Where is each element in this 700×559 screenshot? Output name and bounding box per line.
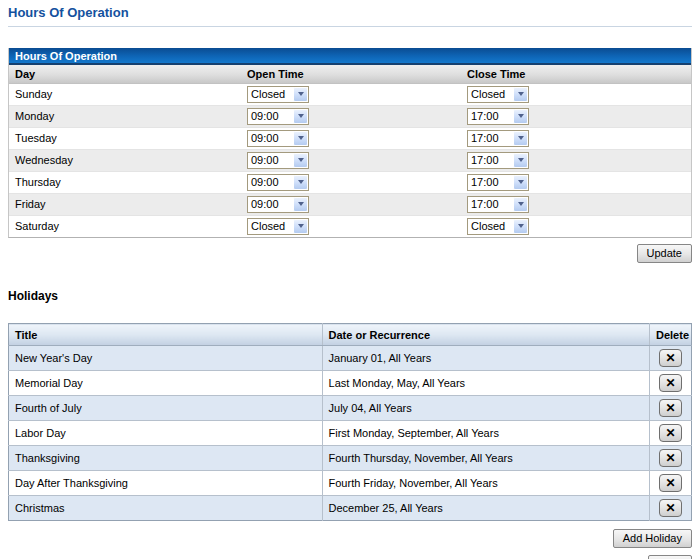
hours-panel-header: Hours Of Operation (9, 48, 691, 65)
close-time-select-monday[interactable]: 17:00 (467, 108, 529, 125)
column-header-close-time: Close Time (461, 65, 691, 83)
holiday-row-thanksgiving: Thanksgiving Fourth Thursday, November, … (9, 446, 692, 471)
holiday-row-new-years-day: New Year's Day January 01, All Years ✕ (9, 346, 692, 371)
holiday-title: Thanksgiving (9, 446, 323, 471)
dropdown-arrow-icon (293, 131, 308, 146)
update-button[interactable]: Update (637, 244, 692, 263)
close-time-select-tuesday[interactable]: 17:00 (467, 130, 529, 147)
delete-holiday-button[interactable]: ✕ (659, 349, 682, 367)
hours-row-monday: Monday 09:00 17:00 (9, 105, 691, 127)
holiday-date: July 04, All Years (322, 396, 649, 421)
close-time-select-friday[interactable]: 17:00 (467, 196, 529, 213)
open-time-select-friday[interactable]: 09:00 (247, 196, 309, 213)
holiday-date: January 01, All Years (322, 346, 649, 371)
hours-row-wednesday: Wednesday 09:00 17:00 (9, 149, 691, 171)
back-row: Back (8, 555, 692, 559)
dropdown-arrow-icon (293, 109, 308, 124)
day-label: Tuesday (9, 127, 241, 149)
holiday-title: Fourth of July (9, 396, 323, 421)
hours-of-operation-panel: Hours Of Operation Day Open Time Close T… (8, 48, 692, 238)
close-time-select-saturday[interactable]: Closed (467, 218, 529, 235)
close-time-select-thursday[interactable]: 17:00 (467, 174, 529, 191)
add-holiday-row: Add Holiday (8, 529, 692, 548)
page-title: Hours Of Operation (8, 5, 692, 20)
dropdown-arrow-icon (513, 109, 528, 124)
delete-x-icon: ✕ (665, 427, 675, 439)
hours-header-row: Day Open Time Close Time (9, 65, 691, 83)
delete-x-icon: ✕ (665, 477, 675, 489)
select-value: Closed (468, 87, 513, 102)
delete-holiday-button[interactable]: ✕ (659, 424, 682, 442)
holiday-date: December 25, All Years (322, 496, 649, 521)
dropdown-arrow-icon (293, 175, 308, 190)
back-button[interactable]: Back (648, 555, 692, 559)
open-time-select-monday[interactable]: 09:00 (247, 108, 309, 125)
open-time-select-thursday[interactable]: 09:00 (247, 174, 309, 191)
day-label: Saturday (9, 215, 241, 237)
column-header-title: Title (9, 324, 323, 346)
update-row: Update (8, 244, 692, 263)
hours-row-sunday: Sunday Closed Closed (9, 83, 691, 105)
holiday-row-labor-day: Labor Day First Monday, September, All Y… (9, 421, 692, 446)
delete-holiday-button[interactable]: ✕ (659, 399, 682, 417)
holiday-date: Last Monday, May, All Years (322, 371, 649, 396)
dropdown-arrow-icon (513, 175, 528, 190)
holiday-title: Labor Day (9, 421, 323, 446)
hours-row-friday: Friday 09:00 17:00 (9, 193, 691, 215)
delete-holiday-button[interactable]: ✕ (659, 374, 682, 392)
delete-x-icon: ✕ (665, 502, 675, 514)
dropdown-arrow-icon (513, 153, 528, 168)
select-value: 09:00 (248, 131, 293, 146)
hours-row-thursday: Thursday 09:00 17:00 (9, 171, 691, 193)
title-divider (8, 26, 692, 27)
holiday-date: Fourth Thursday, November, All Years (322, 446, 649, 471)
holiday-row-day-after-thanksgiving: Day After Thanksgiving Fourth Friday, No… (9, 471, 692, 496)
select-value: 17:00 (468, 175, 513, 190)
column-header-open-time: Open Time (241, 65, 461, 83)
select-value: 09:00 (248, 109, 293, 124)
open-time-select-wednesday[interactable]: 09:00 (247, 152, 309, 169)
select-value: 17:00 (468, 109, 513, 124)
holiday-date: First Monday, September, All Years (322, 421, 649, 446)
dropdown-arrow-icon (513, 131, 528, 146)
holidays-table: Title Date or Recurrence Delete New Year… (8, 323, 692, 521)
select-value: 09:00 (248, 175, 293, 190)
close-time-select-wednesday[interactable]: 17:00 (467, 152, 529, 169)
add-holiday-button[interactable]: Add Holiday (613, 529, 692, 548)
select-value: Closed (248, 87, 293, 102)
select-value: 09:00 (248, 153, 293, 168)
holiday-title: Memorial Day (9, 371, 323, 396)
day-label: Thursday (9, 171, 241, 193)
day-label: Sunday (9, 83, 241, 105)
dropdown-arrow-icon (293, 197, 308, 212)
select-value: Closed (248, 219, 293, 234)
select-value: Closed (468, 219, 513, 234)
column-header-day: Day (9, 65, 241, 83)
dropdown-arrow-icon (293, 219, 308, 234)
day-label: Wednesday (9, 149, 241, 171)
hours-table: Day Open Time Close Time Sunday Closed C… (9, 65, 691, 237)
open-time-select-sunday[interactable]: Closed (247, 86, 309, 103)
delete-x-icon: ✕ (665, 402, 675, 414)
holiday-date: Fourth Friday, November, All Years (322, 471, 649, 496)
select-value: 17:00 (468, 197, 513, 212)
delete-holiday-button[interactable]: ✕ (659, 499, 682, 517)
dropdown-arrow-icon (293, 153, 308, 168)
dropdown-arrow-icon (513, 87, 528, 102)
delete-holiday-button[interactable]: ✕ (659, 474, 682, 492)
close-time-select-sunday[interactable]: Closed (467, 86, 529, 103)
dropdown-arrow-icon (513, 219, 528, 234)
open-time-select-saturday[interactable]: Closed (247, 218, 309, 235)
delete-x-icon: ✕ (665, 377, 675, 389)
column-header-delete: Delete (649, 324, 691, 346)
delete-holiday-button[interactable]: ✕ (659, 449, 682, 467)
dropdown-arrow-icon (293, 87, 308, 102)
hours-row-tuesday: Tuesday 09:00 17:00 (9, 127, 691, 149)
select-value: 17:00 (468, 153, 513, 168)
dropdown-arrow-icon (513, 197, 528, 212)
day-label: Friday (9, 193, 241, 215)
holiday-row-fourth-of-july: Fourth of July July 04, All Years ✕ (9, 396, 692, 421)
open-time-select-tuesday[interactable]: 09:00 (247, 130, 309, 147)
select-value: 17:00 (468, 131, 513, 146)
hours-row-saturday: Saturday Closed Closed (9, 215, 691, 237)
